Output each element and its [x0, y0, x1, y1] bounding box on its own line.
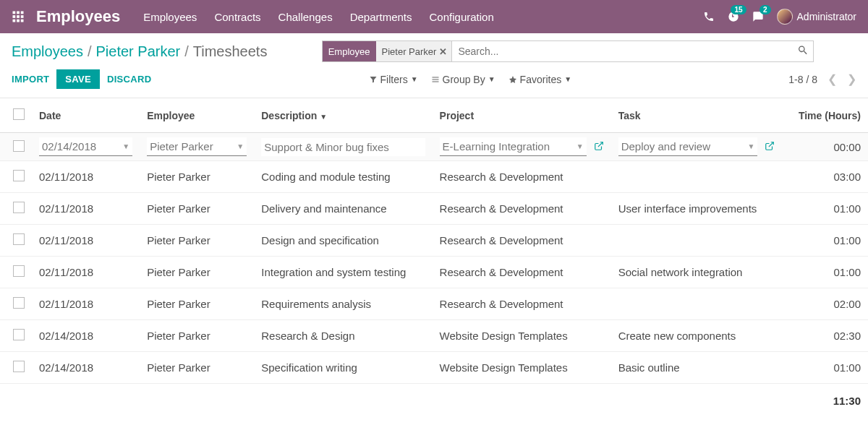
- apps-icon[interactable]: [12, 10, 25, 23]
- cell-time: 01:00: [782, 225, 868, 257]
- messages-badge: 2: [760, 5, 771, 14]
- svg-rect-4: [17, 15, 20, 18]
- cell-time: 01:00: [782, 352, 868, 384]
- cell-employee: Pieter Parker: [140, 225, 254, 257]
- menu-departments[interactable]: Departments: [350, 11, 412, 23]
- menu-configuration[interactable]: Configuration: [430, 11, 494, 23]
- messages-icon[interactable]: 2: [752, 11, 764, 22]
- external-link-icon[interactable]: [594, 141, 604, 153]
- employee-input[interactable]: Pieter Parker▼: [147, 137, 247, 156]
- groupby-dropdown[interactable]: Group By ▼: [431, 74, 495, 85]
- user-name: Administrator: [797, 11, 856, 22]
- activities-badge: 15: [731, 5, 746, 14]
- svg-rect-8: [21, 20, 24, 22]
- svg-rect-5: [21, 15, 24, 18]
- cell-project: Research & Development: [433, 161, 611, 193]
- cell-task: Basic outline: [611, 352, 783, 384]
- svg-rect-2: [21, 12, 24, 14]
- brand-title[interactable]: Employees: [36, 7, 120, 26]
- caret-down-icon: ▼: [747, 142, 754, 150]
- cell-project: Website Design Templates: [433, 352, 611, 384]
- col-employee[interactable]: Employee: [140, 98, 254, 133]
- menu-contracts[interactable]: Contracts: [214, 11, 260, 23]
- external-link-icon[interactable]: [765, 141, 775, 153]
- cell-project: Research & Development: [433, 225, 611, 257]
- col-time[interactable]: Time (Hours): [782, 98, 868, 133]
- table-row[interactable]: 02/11/2018 Pieter Parker Requirements an…: [0, 288, 868, 320]
- caret-down-icon: ▼: [411, 75, 418, 83]
- edit-row: 02/14/2018▼ Pieter Parker▼ Support & Min…: [0, 133, 868, 161]
- cell-project: Research & Development: [433, 257, 611, 288]
- breadcrumb-employee[interactable]: Pieter Parker: [96, 43, 181, 60]
- menu-challenges[interactable]: Challenges: [278, 11, 333, 23]
- cell-time: 02:30: [782, 320, 868, 352]
- description-input[interactable]: Support & Minor bug fixes: [261, 138, 425, 156]
- cell-time: 02:00: [782, 288, 868, 320]
- table-row[interactable]: 02/11/2018 Pieter Parker Design and spec…: [0, 225, 868, 257]
- caret-down-icon: ▼: [122, 142, 129, 150]
- row-checkbox[interactable]: [13, 170, 25, 181]
- col-project[interactable]: Project: [433, 98, 611, 133]
- table-row[interactable]: 02/14/2018 Pieter Parker Specification w…: [0, 352, 868, 384]
- cell-description: Design and specification: [254, 225, 432, 257]
- cell-project: Research & Development: [433, 193, 611, 225]
- task-input[interactable]: Deploy and review▼: [618, 137, 758, 156]
- select-all-checkbox[interactable]: [13, 108, 25, 120]
- search-input[interactable]: [452, 46, 812, 57]
- row-checkbox[interactable]: [13, 140, 25, 152]
- caret-down-icon: ▼: [237, 142, 244, 150]
- row-checkbox[interactable]: [13, 329, 25, 340]
- row-checkbox[interactable]: [13, 202, 25, 213]
- breadcrumb-current: Timesheets: [193, 43, 268, 60]
- avatar: [777, 9, 793, 25]
- row-checkbox[interactable]: [13, 265, 25, 277]
- facet-value: Pieter Parker ✕: [376, 41, 453, 61]
- caret-down-icon: ▼: [564, 75, 571, 83]
- svg-rect-6: [13, 20, 16, 22]
- row-checkbox[interactable]: [13, 297, 25, 309]
- sort-caret-icon: ▼: [320, 113, 327, 121]
- project-input[interactable]: E-Learning Integration▼: [440, 137, 587, 156]
- favorites-dropdown[interactable]: Favorites ▼: [509, 74, 571, 85]
- pager: 1-8 / 8 ❮ ❯: [788, 72, 856, 86]
- menu-employees[interactable]: Employees: [143, 11, 197, 23]
- main-menu: Employees Contracts Challenges Departmen…: [143, 11, 702, 23]
- search-box[interactable]: Employee Pieter Parker ✕: [322, 40, 814, 62]
- cell-description: Coding and module testing: [254, 161, 432, 193]
- facet-remove-icon[interactable]: ✕: [439, 46, 447, 57]
- table-row[interactable]: 02/11/2018 Pieter Parker Delivery and ma…: [0, 193, 868, 225]
- cell-description: Requirements analysis: [254, 288, 432, 320]
- user-menu[interactable]: Administrator: [777, 9, 856, 25]
- cell-employee: Pieter Parker: [140, 257, 254, 288]
- discard-button[interactable]: DISCARD: [107, 74, 151, 85]
- cell-description: Specification writing: [254, 352, 432, 384]
- pager-text: 1-8 / 8: [788, 74, 817, 85]
- cell-date: 02/14/2018: [32, 320, 140, 352]
- search-icon[interactable]: [797, 45, 809, 59]
- time-cell[interactable]: 00:00: [782, 133, 868, 161]
- cell-employee: Pieter Parker: [140, 193, 254, 225]
- list-icon: [431, 75, 440, 84]
- search-facet: Employee Pieter Parker ✕: [323, 41, 453, 61]
- table-row[interactable]: 02/14/2018 Pieter Parker Research & Desi…: [0, 320, 868, 352]
- activities-icon[interactable]: 15: [728, 11, 739, 22]
- col-description[interactable]: Description▼: [254, 98, 432, 133]
- cell-task: User interface improvements: [611, 193, 783, 225]
- cell-task: Create new components: [611, 320, 783, 352]
- table-row[interactable]: 02/11/2018 Pieter Parker Coding and modu…: [0, 161, 868, 193]
- save-button[interactable]: SAVE: [56, 69, 100, 89]
- cell-task: Social network integration: [611, 257, 783, 288]
- phone-icon[interactable]: [703, 11, 715, 22]
- filters-dropdown[interactable]: Filters ▼: [369, 74, 418, 85]
- col-date[interactable]: Date: [32, 98, 140, 133]
- row-checkbox[interactable]: [13, 233, 25, 245]
- row-checkbox[interactable]: [13, 361, 25, 372]
- table-row[interactable]: 02/11/2018 Pieter Parker Integration and…: [0, 257, 868, 288]
- pager-prev-icon[interactable]: ❮: [827, 72, 837, 86]
- breadcrumb-employees[interactable]: Employees: [12, 43, 83, 60]
- col-task[interactable]: Task: [611, 98, 783, 133]
- cell-date: 02/14/2018: [32, 352, 140, 384]
- pager-next-icon[interactable]: ❯: [847, 72, 856, 86]
- import-button[interactable]: IMPORT: [12, 74, 49, 85]
- date-input[interactable]: 02/14/2018▼: [39, 137, 132, 156]
